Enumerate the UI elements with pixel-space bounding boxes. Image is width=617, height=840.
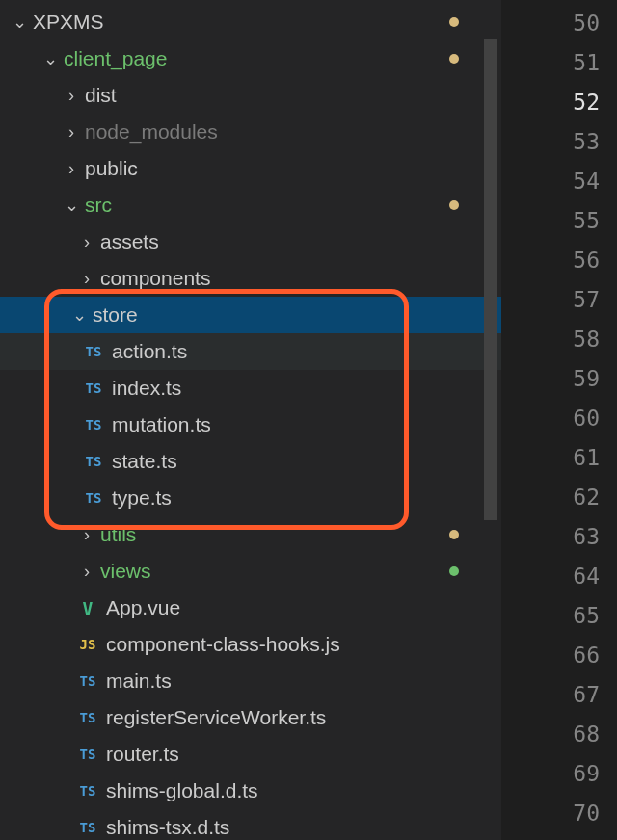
line-number: 51: [501, 43, 600, 83]
file-row[interactable]: TSshims-global.d.ts: [0, 773, 501, 809]
chevron-down-icon[interactable]: ⌄: [12, 12, 27, 33]
file-row[interactable]: TSshims-tsx.d.ts: [0, 809, 501, 840]
file-row[interactable]: TSmutation.ts: [0, 407, 501, 443]
chevron-right-icon[interactable]: ›: [64, 122, 79, 143]
tree-item-label: src: [85, 194, 501, 217]
tree-item-label: public: [85, 157, 501, 180]
folder-row[interactable]: ›public: [0, 150, 501, 187]
tree-item-label: node_modules: [85, 120, 501, 144]
file-row[interactable]: VApp.vue: [0, 590, 501, 626]
file-row[interactable]: TStype.ts: [0, 480, 501, 516]
folder-row[interactable]: ⌄client_page: [0, 40, 501, 77]
tree-item-label: client_page: [64, 47, 501, 70]
folder-row[interactable]: ›assets: [0, 223, 501, 260]
file-row[interactable]: TSregisterServiceWorker.ts: [0, 699, 501, 736]
tree-item-label: type.ts: [112, 486, 501, 510]
file-row[interactable]: TSmain.ts: [0, 663, 501, 699]
line-number: 61: [501, 438, 600, 478]
chevron-right-icon[interactable]: ›: [79, 269, 94, 289]
tree-item-label: main.ts: [106, 669, 501, 693]
vue-file-icon: V: [75, 598, 100, 618]
tree-item-label: views: [100, 560, 501, 583]
tree-item-label: registerServiceWorker.ts: [106, 706, 501, 729]
tree-item-label: dist: [85, 84, 501, 107]
chevron-down-icon[interactable]: ⌄: [71, 304, 87, 326]
chevron-right-icon[interactable]: ›: [79, 562, 94, 582]
git-status-dot: [449, 54, 459, 64]
folder-row[interactable]: ›node_modules: [0, 114, 501, 150]
tree-item-label: state.ts: [112, 450, 501, 473]
file-row[interactable]: TSrouter.ts: [0, 736, 501, 773]
file-row[interactable]: TSindex.ts: [0, 370, 501, 407]
line-number: 68: [501, 715, 600, 754]
line-number: 56: [501, 241, 600, 280]
folder-row[interactable]: ⌄XPXMS: [0, 4, 501, 40]
tree-item-label: shims-global.d.ts: [106, 779, 501, 802]
ts-file-icon: TS: [81, 454, 106, 469]
ts-file-icon: TS: [75, 710, 100, 725]
line-number: 52: [501, 83, 600, 122]
line-number: 70: [501, 794, 600, 833]
tree-item-label: XPXMS: [33, 11, 501, 34]
line-number: 62: [501, 478, 600, 517]
ts-file-icon: TS: [81, 417, 106, 433]
line-number: 55: [501, 201, 600, 241]
chevron-right-icon[interactable]: ›: [79, 232, 94, 252]
file-row[interactable]: TSaction.ts: [0, 333, 501, 370]
tree-item-label: router.ts: [106, 743, 501, 766]
folder-row[interactable]: ›views: [0, 553, 501, 590]
line-number: 60: [501, 399, 600, 438]
ts-file-icon: TS: [75, 820, 100, 835]
git-status-dot: [449, 566, 459, 576]
line-number: 67: [501, 675, 600, 715]
line-number: 65: [501, 596, 600, 636]
line-number: 59: [501, 359, 600, 399]
js-file-icon: JS: [75, 637, 100, 652]
file-explorer[interactable]: ⌄XPXMS⌄client_page›dist›node_modules›pub…: [0, 0, 501, 840]
line-number: 50: [501, 4, 600, 43]
chevron-down-icon[interactable]: ⌄: [42, 48, 58, 69]
ts-file-icon: TS: [81, 381, 106, 396]
line-number: 58: [501, 320, 600, 359]
folder-row[interactable]: ›utils: [0, 516, 501, 553]
folder-row[interactable]: ›dist: [0, 77, 501, 114]
file-row[interactable]: JScomponent-class-hooks.js: [0, 626, 501, 663]
tree-item-label: mutation.ts: [112, 413, 501, 436]
git-status-dot: [449, 530, 459, 539]
tree-item-label: index.ts: [112, 377, 501, 400]
folder-row[interactable]: ›components: [0, 260, 501, 297]
tree-item-label: assets: [100, 230, 501, 253]
explorer-scrollbar[interactable]: [484, 39, 497, 520]
chevron-right-icon[interactable]: ›: [64, 86, 79, 106]
tree-item-label: App.vue: [106, 596, 501, 619]
chevron-down-icon[interactable]: ⌄: [64, 195, 79, 216]
git-status-dot: [449, 200, 459, 210]
line-number: 64: [501, 557, 600, 596]
tree-item-label: action.ts: [112, 340, 501, 363]
folder-row[interactable]: ⌄src: [0, 187, 501, 223]
chevron-right-icon[interactable]: ›: [79, 525, 94, 545]
line-number: 69: [501, 754, 600, 794]
ts-file-icon: TS: [75, 673, 100, 689]
tree-item-label: components: [100, 267, 501, 290]
line-number: 53: [501, 122, 600, 162]
tree-item-label: component-class-hooks.js: [106, 633, 501, 656]
ts-file-icon: TS: [81, 490, 106, 506]
line-number: 57: [501, 280, 600, 320]
folder-row[interactable]: ⌄store: [0, 297, 501, 333]
line-number: 66: [501, 636, 600, 675]
tree-item-label: utils: [100, 523, 501, 546]
chevron-right-icon[interactable]: ›: [64, 159, 79, 179]
tree-item-label: store: [93, 303, 501, 327]
file-row[interactable]: TSstate.ts: [0, 443, 501, 480]
line-number: 54: [501, 162, 600, 201]
ts-file-icon: TS: [81, 344, 106, 359]
line-number-gutter: 5051525354555657585960616263646566676869…: [501, 0, 617, 840]
ts-file-icon: TS: [75, 747, 100, 762]
git-status-dot: [449, 17, 459, 27]
line-number: 63: [501, 517, 600, 557]
tree-item-label: shims-tsx.d.ts: [106, 816, 501, 839]
ts-file-icon: TS: [75, 783, 100, 799]
